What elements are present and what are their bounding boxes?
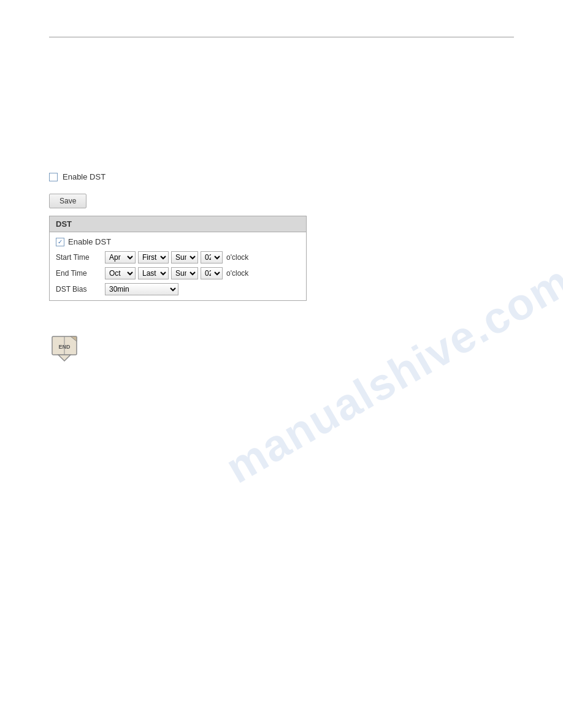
- dst-start-oclock: o'clock: [226, 253, 248, 262]
- dst-panel-header: DST: [50, 216, 306, 232]
- dst-bias-select[interactable]: 30min 60min 90min 120min: [105, 283, 178, 295]
- save-button[interactable]: Save: [49, 194, 86, 208]
- enable-dst-section: Enable DST: [49, 172, 514, 181]
- dst-enable-checkbox[interactable]: [56, 238, 64, 246]
- dst-panel-body: Enable DST Start Time JanFebMarApr MayJu…: [50, 232, 306, 300]
- end-icon-container: END: [49, 332, 514, 362]
- dst-start-week-select[interactable]: FirstSecondThirdFourthLast: [138, 251, 169, 264]
- dst-start-month-select[interactable]: JanFebMarApr MayJunJulAug SepOctNovDec: [105, 251, 136, 264]
- dst-end-time-label: End Time: [56, 269, 105, 278]
- dst-panel-title: DST: [56, 219, 72, 229]
- dst-start-time-label: Start Time: [56, 253, 105, 262]
- dst-start-day-select[interactable]: SunMonTueWed ThuFriSat: [171, 251, 198, 264]
- dst-bias-label: DST Bias: [56, 285, 105, 294]
- dst-bias-row: DST Bias 30min 60min 90min 120min: [56, 283, 300, 295]
- dst-end-selects: JanFebMarApr MayJunJulAug SepOctNovDec F…: [105, 267, 248, 279]
- dst-start-selects: JanFebMarApr MayJunJulAug SepOctNovDec F…: [105, 251, 248, 264]
- svg-marker-4: [58, 355, 71, 361]
- end-icon: END: [49, 332, 80, 362]
- dst-enable-row: Enable DST: [56, 237, 300, 246]
- dst-start-hour-select[interactable]: 00010203 04050607 08091011 12131415 1617…: [201, 251, 223, 264]
- dst-end-hour-select[interactable]: 00010203 04050607 08091011 12131415 1617…: [201, 267, 223, 279]
- dst-end-day-select[interactable]: SunMonTueWed ThuFriSat: [171, 267, 198, 279]
- dst-enable-label: Enable DST: [68, 237, 111, 246]
- dst-end-week-select[interactable]: FirstSecondThirdFourthLast: [138, 267, 169, 279]
- dst-start-time-row: Start Time JanFebMarApr MayJunJulAug Sep…: [56, 251, 300, 264]
- dst-end-time-row: End Time JanFebMarApr MayJunJulAug SepOc…: [56, 267, 300, 279]
- svg-text:END: END: [58, 344, 71, 350]
- enable-dst-checkbox[interactable]: [49, 173, 58, 181]
- top-divider: [49, 37, 514, 37]
- enable-dst-label: Enable DST: [63, 172, 105, 181]
- dst-end-oclock: o'clock: [226, 269, 248, 278]
- dst-panel: DST Enable DST Start Time JanFebMarApr M…: [49, 216, 307, 301]
- dst-end-month-select[interactable]: JanFebMarApr MayJunJulAug SepOctNovDec: [105, 267, 136, 279]
- page-container: Enable DST Save DST Enable DST Start Tim…: [0, 0, 563, 728]
